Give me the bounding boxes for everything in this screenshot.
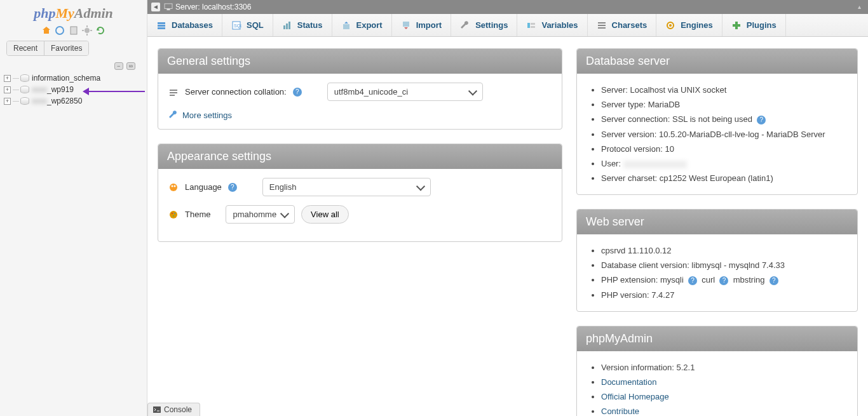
svg-rect-1 (71, 27, 77, 34)
tree-item-information-schema[interactable]: + information_schema (4, 72, 143, 84)
list-item: PHP extension: mysqli ? curl ? mbstring … (601, 272, 847, 288)
svg-rect-3 (165, 4, 172, 9)
help-icon[interactable]: ? (770, 276, 778, 285)
docs-icon[interactable] (69, 25, 79, 36)
tab-export[interactable]: Export (332, 14, 392, 36)
tab-sql[interactable]: SQLSQL (222, 14, 273, 36)
svg-point-22 (669, 24, 672, 27)
collation-label: Server connection collation: (185, 87, 287, 97)
console-toggle[interactable]: Console (147, 403, 200, 416)
tab-databases[interactable]: Databases (147, 14, 222, 36)
svg-rect-14 (403, 22, 409, 27)
theme-select[interactable]: pmahomme (226, 205, 295, 224)
svg-rect-16 (531, 23, 535, 25)
logo-php: php (34, 5, 55, 21)
more-settings-link[interactable]: More settings (168, 110, 552, 120)
svg-rect-7 (158, 27, 165, 29)
svg-rect-15 (527, 23, 530, 28)
svg-rect-10 (283, 25, 285, 29)
help-icon[interactable]: ? (757, 116, 766, 124)
list-item: Server: Localhost via UNIX socket (601, 83, 847, 97)
svg-point-29 (170, 211, 177, 218)
sidebar: phpMyAdmin Recent Favorites − ∞ + inform… (0, 0, 147, 416)
theme-label: Theme (185, 210, 210, 219)
language-label: Language (185, 182, 222, 192)
database-icon (20, 97, 29, 105)
wrench-icon (168, 110, 179, 120)
charsets-icon (597, 20, 607, 30)
collation-select[interactable]: utf8mb4_unicode_ci (327, 83, 483, 101)
panel-database-server: Database server Server: Localhost via UN… (576, 48, 858, 195)
view-all-button[interactable]: View all (301, 205, 349, 224)
databases-icon (156, 20, 166, 30)
documentation-link[interactable]: Documentation (601, 377, 656, 387)
help-icon[interactable]: ? (688, 276, 697, 285)
panel-web-server: Web server cpsrvd 11.110.0.12 Database c… (576, 209, 858, 312)
expand-icon[interactable]: + (4, 86, 11, 93)
list-item: Server type: MariaDB (601, 97, 847, 112)
pma-list: Version information: 5.2.1 Documentation… (587, 360, 847, 416)
homepage-link[interactable]: Official Homepage (601, 392, 669, 401)
svg-rect-4 (166, 9, 170, 11)
logo-my: My (55, 5, 74, 21)
list-item: cpsrvd 11.110.0.12 (601, 243, 847, 258)
list-item: Documentation (601, 375, 847, 389)
server-icon (164, 3, 173, 11)
panel-appearance-settings: Appearance settings Language ? English T… (158, 144, 562, 242)
annotation-arrow (83, 89, 145, 94)
tab-plugins[interactable]: Plugins (722, 14, 786, 36)
tab-variables[interactable]: Variables (517, 14, 587, 36)
panel-title: Appearance settings (158, 144, 562, 169)
list-item: User: (601, 156, 847, 171)
collation-icon (168, 87, 179, 97)
panel-title: General settings (158, 49, 562, 74)
svg-rect-20 (598, 27, 606, 29)
svg-rect-6 (158, 25, 165, 27)
tree-connector (13, 90, 19, 90)
help-icon[interactable]: ? (719, 276, 728, 285)
svg-point-32 (173, 215, 174, 217)
svg-rect-18 (598, 22, 606, 23)
help-icon[interactable]: ? (228, 183, 237, 192)
svg-point-31 (174, 213, 175, 214)
contribute-link[interactable]: Contribute (601, 406, 639, 416)
logo[interactable]: phpMyAdmin (0, 0, 147, 24)
tab-engines[interactable]: Engines (656, 14, 722, 36)
console-icon (153, 406, 161, 413)
svg-rect-23 (170, 90, 177, 91)
logout-icon[interactable] (55, 25, 65, 36)
export-icon (341, 20, 351, 30)
home-icon[interactable] (41, 25, 51, 36)
sidebar-tabs: Recent Favorites (6, 41, 89, 56)
engines-icon (665, 20, 675, 30)
link-icon[interactable]: ∞ (126, 62, 135, 70)
language-icon (168, 182, 179, 192)
tab-charsets[interactable]: Charsets (588, 14, 657, 36)
svg-rect-17 (531, 26, 535, 28)
tree-item-wp62850[interactable]: + xxxx_wp62850 (4, 95, 143, 107)
svg-point-27 (172, 185, 173, 187)
tab-status[interactable]: Status (273, 14, 332, 36)
tab-settings[interactable]: Settings (451, 14, 517, 36)
help-icon[interactable]: ? (293, 88, 302, 97)
list-item: Version information: 5.2.1 (601, 360, 847, 375)
tree-connector (13, 78, 19, 79)
expand-icon[interactable]: + (4, 98, 11, 105)
sidebar-toggle-icon[interactable]: ◄ (151, 3, 160, 11)
expand-icon[interactable]: + (4, 75, 11, 82)
svg-rect-24 (170, 92, 177, 93)
collapse-all-icon[interactable]: − (114, 62, 123, 70)
tab-import[interactable]: Import (392, 14, 451, 36)
settings-icon[interactable] (82, 25, 92, 36)
left-column: General settings Server connection colla… (158, 48, 562, 256)
reload-icon[interactable] (95, 25, 105, 36)
tab-recent[interactable]: Recent (7, 41, 44, 55)
web-server-list: cpsrvd 11.110.0.12 Database client versi… (587, 243, 847, 302)
tree-label: xxxx_wp919 (32, 85, 74, 94)
list-item: Server charset: cp1252 West European (la… (601, 171, 847, 185)
tab-favorites[interactable]: Favorites (44, 41, 88, 55)
svg-rect-13 (343, 24, 349, 29)
language-select[interactable]: English (262, 178, 431, 196)
collapse-top-icon[interactable]: ▴ (854, 3, 864, 11)
breadcrumb-server[interactable]: Server: localhost:3306 (175, 3, 251, 11)
